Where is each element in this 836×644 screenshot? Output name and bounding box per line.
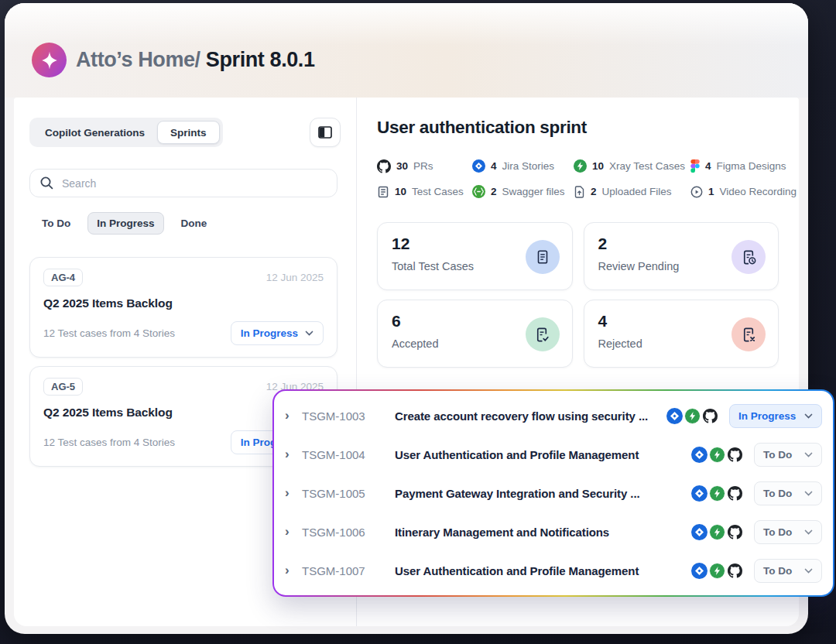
chevron-down-icon [804,568,813,574]
app-logo [32,43,67,77]
test-cases-icon [377,186,389,198]
stat-xray-test-cases: 10 Xray Test Cases [574,153,690,179]
row-title: User Authentication and Profile Manageme… [395,448,690,461]
swagger-icon [472,185,485,198]
table-row[interactable]: › TSGM-1005 Payment Gateway Integration … [285,476,822,510]
sprint-card-subtitle: 12 Test cases from 4 Stories [43,437,175,448]
breadcrumb: Atto’s Home/ [76,48,200,71]
chevron-down-icon [804,529,813,535]
filter-in-progress[interactable]: In Progress [87,212,163,235]
doc-icon [534,248,551,265]
xray-icon [709,563,725,579]
panel-toggle-icon [318,126,332,139]
panel-toggle-button[interactable] [310,118,341,147]
sprint-card-title: Q2 2025 Items Backlog [43,296,324,310]
search-input[interactable] [62,177,327,190]
table-row[interactable]: › TSGM-1007 User Authentication and Prof… [285,553,822,587]
row-expand-chevron[interactable]: › [285,408,302,423]
chevron-down-icon [804,413,813,419]
chevron-down-icon [804,452,813,457]
row-source-icons [690,447,743,463]
filter-chips: To Do In Progress Done [33,212,216,235]
table-row[interactable]: › TSGM-1003 Create account recovery flow… [285,399,822,433]
row-status-dropdown[interactable]: In Progress [729,404,822,428]
tab-sprints[interactable]: Sprints [157,121,220,144]
xray-icon [709,485,725,502]
row-id: TSGM-1006 [302,526,378,539]
stat-video-recording: 1 Video Recording [690,179,797,204]
stat-jira-stories: 4 Jira Stories [472,153,574,179]
xray-icon [709,524,725,540]
row-expand-chevron[interactable]: › [285,563,302,578]
github-icon [727,447,743,463]
page-title-text: Sprint 8.0.1 [206,48,315,71]
xray-icon [684,408,701,424]
github-icon [727,524,743,540]
search-icon [39,176,54,190]
figma-icon [690,159,700,173]
sprint-title: User authentication sprint [377,118,587,138]
xray-icon [574,159,587,173]
row-title: Payment Gateway Integration and Security… [395,487,690,500]
summary-card-accepted: 6 Accepted [377,300,573,368]
stat-prs: 30 PRs [377,153,472,179]
doc-x-icon [740,326,758,344]
row-source-icons [665,408,718,424]
table-row[interactable]: › TSGM-1004 User Authentication and Prof… [285,437,822,471]
row-expand-chevron[interactable]: › [285,485,302,501]
jira-icon [691,563,708,579]
video-recording-icon [690,186,703,198]
row-source-icons [690,563,743,579]
row-id: TSGM-1003 [302,409,378,423]
github-icon [727,563,743,579]
row-title: User Authentication and Profile Manageme… [395,564,690,577]
sprint-card-ag4[interactable]: AG-4 12 Jun 2025 Q2 2025 Items Backlog 1… [29,257,337,358]
github-icon [702,408,718,424]
tab-copilot-generations[interactable]: Copilot Generations [33,121,157,144]
sprint-stats: 30 PRs 4 Jira Stories 10 Xray Test Cases [377,153,797,204]
jira-icon [691,447,708,463]
github-icon [727,485,743,502]
filter-todo[interactable]: To Do [33,212,80,235]
stat-test-cases: 10 Test Cases [377,179,472,204]
sprint-id-badge: AG-5 [43,378,83,396]
app-header: Atto’s Home/ Sprint 8.0.1 [5,3,808,98]
xray-icon [709,447,725,463]
row-source-icons [690,524,743,540]
row-id: TSGM-1005 [302,487,378,500]
tab-group: Copilot Generations Sprints [29,118,223,147]
status-dropdown[interactable]: In Progress [231,321,324,345]
row-status-dropdown[interactable]: To Do [754,443,822,467]
row-expand-chevron[interactable]: › [285,447,302,462]
summary-cards: 12 Total Test Cases 2 Review Pending [377,222,779,368]
uploaded-files-icon [574,186,585,198]
sprint-id-badge: AG-4 [43,269,83,286]
sparkle-icon [39,50,60,70]
stat-uploaded-files: 2 Uploaded Files [574,179,690,204]
doc-check-icon [533,326,551,344]
jira-icon [472,159,485,173]
jira-icon [666,408,683,424]
stat-swagger-files: 2 Swagger files [472,179,574,204]
summary-card-rejected: 4 Rejected [584,300,779,368]
row-status-dropdown[interactable]: To Do [754,559,822,583]
summary-card-total: 12 Total Test Cases [377,222,573,290]
table-row[interactable]: › TSGM-1006 Itinerary Management and Not… [285,515,822,549]
row-status-dropdown[interactable]: To Do [754,520,822,544]
row-title: Create account recovery flow using secur… [395,409,665,423]
doc-clock-icon [740,248,758,266]
filter-done[interactable]: Done [172,212,217,235]
row-id: TSGM-1004 [302,448,378,461]
stat-figma-designs: 4 Figma Designs [690,153,797,179]
chevron-down-icon [804,491,813,496]
row-expand-chevron[interactable]: › [285,524,302,540]
summary-card-review-pending: 2 Review Pending [584,222,779,290]
row-status-dropdown[interactable]: To Do [754,481,822,505]
jira-icon [691,524,708,540]
search-box[interactable] [29,169,337,197]
sprint-card-subtitle: 12 Test cases from 4 Stories [43,327,175,339]
jira-icon [691,485,708,502]
sprint-date: 12 Jun 2025 [266,272,324,283]
github-icon [377,159,391,173]
row-source-icons [690,485,743,502]
